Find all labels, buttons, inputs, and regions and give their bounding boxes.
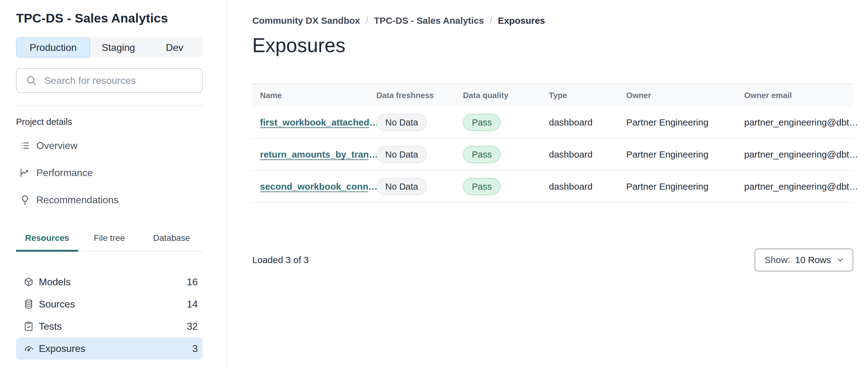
rows-per-page-select[interactable]: Show: 10 Rows xyxy=(755,249,853,272)
table-footer: Loaded 3 of 3 Show: 10 Rows xyxy=(252,249,853,272)
resource-count: 3 xyxy=(192,343,198,355)
sidebar-item-exposures[interactable]: Exposures 3 xyxy=(16,337,203,360)
owner-email-cell: partner_engineering@dbt… xyxy=(744,181,853,192)
truncation-ellipsis: … xyxy=(849,181,859,192)
quality-badge: Pass xyxy=(463,146,500,163)
freshness-badge: No Data xyxy=(376,178,427,195)
resource-tabs: Resources File tree Database xyxy=(16,229,203,252)
lightbulb-icon xyxy=(20,195,30,205)
breadcrumb-separator: / xyxy=(490,15,492,26)
owner-cell: Partner Engineering xyxy=(626,149,744,160)
cube-icon xyxy=(23,277,34,287)
exposure-name-link[interactable]: second_workbook_conn… xyxy=(260,181,378,192)
quality-badge: Pass xyxy=(463,114,500,131)
resource-item-label: Exposures xyxy=(39,343,85,355)
search-icon xyxy=(26,75,37,86)
show-label: Show: xyxy=(765,255,790,265)
tab-resources[interactable]: Resources xyxy=(16,229,78,252)
type-cell: dashboard xyxy=(549,149,626,160)
sidebar-item-recommendations[interactable]: Recommendations xyxy=(16,186,203,214)
tab-file-tree[interactable]: File tree xyxy=(78,229,141,252)
line-chart-icon xyxy=(20,167,30,178)
column-header-type: Type xyxy=(549,91,626,100)
freshness-badge: No Data xyxy=(376,146,427,163)
list-icon xyxy=(20,140,30,151)
breadcrumb: Community DX Sandbox / TPC-DS - Sales An… xyxy=(252,15,852,26)
column-header-owner: Owner xyxy=(626,91,744,100)
sidebar-divider xyxy=(16,105,203,106)
chevron-down-icon xyxy=(836,256,845,264)
exposure-name-link[interactable]: return_amounts_by_tran… xyxy=(260,149,378,160)
sidebar-item-overview[interactable]: Overview xyxy=(16,132,203,159)
tab-database[interactable]: Database xyxy=(141,229,203,252)
show-value: 10 Rows xyxy=(795,255,831,265)
column-header-data-quality: Data quality xyxy=(463,91,549,100)
database-icon xyxy=(23,299,34,309)
page-title: Exposures xyxy=(252,33,852,58)
sidebar-item-tests[interactable]: Tests 32 xyxy=(16,315,203,337)
table-row: return_amounts_by_tran… No Data Pass das… xyxy=(252,139,853,171)
tab-production[interactable]: Production xyxy=(16,37,90,58)
clipboard-check-icon xyxy=(23,321,34,332)
sidebar-item-label: Performance xyxy=(36,167,93,178)
owner-cell: Partner Engineering xyxy=(626,117,744,128)
sidebar-item-label: Overview xyxy=(36,140,77,151)
column-header-owner-email: Owner email xyxy=(744,91,853,100)
table-header-row: Name Data freshness Data quality Type Ow… xyxy=(252,84,853,107)
sidebar: TPC-DS - Sales Analytics Production Stag… xyxy=(0,0,227,367)
resource-count: 16 xyxy=(187,276,198,288)
main-content: Community DX Sandbox / TPC-DS - Sales An… xyxy=(228,0,868,272)
tab-dev[interactable]: Dev xyxy=(147,37,203,58)
sidebar-item-label: Recommendations xyxy=(36,194,119,206)
exposures-table: Name Data freshness Data quality Type Ow… xyxy=(252,84,853,203)
breadcrumb-separator: / xyxy=(366,15,368,26)
sidebar-item-sources[interactable]: Sources 14 xyxy=(16,293,203,315)
resource-item-label: Sources xyxy=(39,299,75,310)
breadcrumb-project[interactable]: TPC-DS - Sales Analytics xyxy=(374,16,484,26)
resource-list: Models 16 Sources 14 xyxy=(16,271,203,367)
sidebar-item-models[interactable]: Models 16 xyxy=(16,271,203,293)
table-row: second_workbook_conn… No Data Pass dashb… xyxy=(252,171,853,203)
breadcrumb-current: Exposures xyxy=(498,16,545,26)
project-title: TPC-DS - Sales Analytics xyxy=(16,11,203,26)
project-nav: Overview Performance Recommendations xyxy=(16,132,203,214)
resource-count: 14 xyxy=(187,299,198,310)
freshness-badge: No Data xyxy=(376,114,427,131)
type-cell: dashboard xyxy=(549,117,626,128)
owner-cell: Partner Engineering xyxy=(626,181,744,192)
gauge-icon xyxy=(23,343,34,354)
truncation-ellipsis: … xyxy=(849,149,859,160)
resource-item-label: Tests xyxy=(39,321,62,332)
environment-tabs: Production Staging Dev xyxy=(16,37,203,58)
project-details-label: Project details xyxy=(16,117,203,127)
search-box[interactable] xyxy=(16,68,203,93)
tab-staging[interactable]: Staging xyxy=(90,37,146,58)
exposure-name-link[interactable]: first_workbook_attached… xyxy=(260,117,378,128)
resource-count: 32 xyxy=(187,321,198,332)
sidebar-item-performance[interactable]: Performance xyxy=(16,159,203,186)
breadcrumb-account[interactable]: Community DX Sandbox xyxy=(252,16,360,26)
table-row: first_workbook_attached… No Data Pass da… xyxy=(252,107,853,139)
truncation-ellipsis: … xyxy=(849,117,859,128)
column-header-name: Name xyxy=(252,91,376,100)
column-header-data-freshness: Data freshness xyxy=(376,91,463,100)
quality-badge: Pass xyxy=(463,178,500,195)
owner-email-cell: partner_engineering@dbt… xyxy=(744,149,853,160)
type-cell: dashboard xyxy=(549,181,626,192)
owner-email-cell: partner_engineering@dbt… xyxy=(744,117,853,128)
search-input[interactable] xyxy=(44,75,195,86)
resource-item-label: Models xyxy=(39,276,70,288)
loaded-status: Loaded 3 of 3 xyxy=(252,255,309,265)
